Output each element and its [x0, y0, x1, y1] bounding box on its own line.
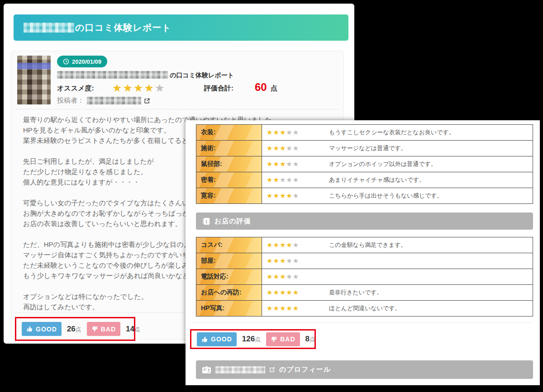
rating-comment: オプションのホイップ以外は普通です。	[329, 160, 437, 168]
rating-content: ★★★★★ 是非行きたいです。	[262, 285, 533, 300]
star-icon: ★	[267, 160, 273, 168]
rating-comment: もうすこしセクシーな衣装だとなお良いです。	[329, 128, 455, 137]
review-meta-row: オススメ度: ★★★★★ 評価合計: 60 点	[57, 82, 338, 95]
star-icon: ★	[273, 160, 279, 168]
star-icon: ★	[144, 82, 155, 94]
star-icon: ★	[293, 273, 299, 280]
star-icon: ★	[286, 192, 292, 199]
rating-stars: ★★★★★	[267, 160, 329, 168]
rating-stars: ★★★★★	[267, 273, 329, 281]
external-link-icon[interactable]	[144, 98, 150, 104]
review-date: 2020/01/09	[72, 58, 101, 65]
star-icon: ★	[112, 82, 123, 94]
star-icon: ★	[133, 82, 144, 94]
star-icon: ★	[267, 192, 273, 199]
rating-content: ★★★★★ この金額なら満足できます。	[262, 237, 533, 253]
star-icon: ★	[280, 304, 286, 312]
report-header-banner: の口コミ体験レポート	[14, 14, 348, 41]
divider	[191, 322, 533, 323]
star-icon: ★	[280, 128, 286, 136]
star-icon: ★	[273, 192, 279, 199]
rating-stars: ★★★★★	[267, 128, 329, 137]
star-icon: ★	[293, 128, 299, 136]
id-card-icon	[202, 366, 211, 374]
star-icon: ★	[273, 128, 279, 136]
star-icon: ★	[123, 82, 134, 94]
star-icon: ★	[273, 176, 279, 184]
rating-row: お店への再訪: ★★★★★ 是非行きたいです。	[196, 285, 533, 301]
star-icon: ★	[286, 304, 292, 312]
star-icon: ★	[273, 144, 279, 152]
rating-stars: ★★★★★	[267, 257, 329, 265]
rating-stars: ★★★★★	[267, 144, 329, 152]
star-icon: ★	[280, 192, 286, 199]
star-icon: ★	[286, 160, 292, 168]
star-icon: ★	[280, 257, 286, 264]
star-icon: ★	[267, 176, 273, 184]
star-icon: ★	[267, 304, 273, 312]
rating-comment: こちらから手は出せそうもない感じです。	[329, 192, 443, 200]
star-icon: ★	[293, 241, 299, 249]
date-badge: 2020/01/09	[57, 56, 107, 67]
good-points: 126点	[242, 335, 261, 344]
rating-row: HP写真: ★★★★★ ほとんど間違いないです。	[196, 301, 533, 316]
star-icon: ★	[293, 304, 299, 312]
rating-content: ★★★★★ マッサージなどは普通です。	[262, 141, 533, 156]
rating-row: 密着: ★★★★★ あまりイチャイチャ感はないです。	[196, 172, 533, 188]
star-icon: ★	[273, 273, 279, 280]
rating-content: ★★★★★	[262, 253, 533, 269]
rating-content: ★★★★★ あまりイチャイチャ感はないです。	[262, 172, 533, 188]
detail-vote-box: GOOD 126点 BAD 8点	[190, 329, 316, 349]
rating-stars: ★★★★★	[267, 241, 329, 249]
star-icon: ★	[293, 288, 299, 296]
blurred-girl-name	[57, 71, 168, 79]
rating-row: 部屋: ★★★★★	[196, 253, 533, 269]
good-points: 26点	[67, 325, 81, 334]
thumbs-down-icon	[271, 336, 277, 343]
good-button[interactable]: GOOD	[197, 332, 237, 346]
rating-label: 寛容:	[196, 188, 262, 203]
good-button[interactable]: GOOD	[22, 322, 62, 336]
svg-text:i: i	[206, 218, 208, 224]
page-title: の口コミ体験レポート	[24, 22, 171, 34]
bad-points: 8点	[305, 335, 315, 344]
star-icon: ★	[293, 257, 299, 264]
star-icon: ★	[286, 144, 292, 152]
rating-label: 衣装:	[196, 125, 262, 140]
rating-content: ★★★★★ もうすこしセクシーな衣装だとなお良いです。	[262, 125, 533, 140]
star-icon: ★	[286, 288, 292, 296]
profile-bar[interactable]: のプロフィール	[196, 360, 533, 379]
rating-row: 鼠径部: ★★★★★ オプションのホイップ以外は普通です。	[196, 156, 533, 172]
rating-content: ★★★★★	[262, 269, 533, 284]
thumbs-down-icon	[91, 326, 98, 332]
review-vote-box: GOOD 26点 BAD 14点	[15, 317, 135, 341]
rating-row: 施術: ★★★★★ マッサージなどは普通です。	[196, 141, 533, 156]
bad-button[interactable]: BAD	[266, 332, 300, 346]
thumbs-up-icon	[201, 336, 208, 343]
rating-content: ★★★★★ オプションのホイップ以外は普通です。	[262, 156, 533, 172]
thumbs-up-icon	[26, 326, 33, 332]
star-icon: ★	[280, 144, 286, 152]
star-icon: ★	[286, 128, 292, 136]
star-icon: ★	[273, 257, 279, 264]
rating-content: ★★★★★ ほとんど間違いないです。	[262, 301, 533, 316]
rating-detail-panel: 衣装: ★★★★★ もうすこしセクシーな衣装だとなお良いです。 施術: ★★★★…	[186, 120, 540, 385]
blurred-poster-name[interactable]	[87, 97, 141, 104]
bad-button[interactable]: BAD	[87, 322, 120, 336]
rating-label: 鼠径部:	[196, 156, 262, 172]
blurred-shop-name	[24, 23, 74, 33]
rating-stars: ★★★★★	[267, 176, 329, 184]
star-icon: ★	[267, 144, 273, 152]
page: の口コミ体験レポート 2020/01/09 の口コミ体験レポート オススメ度: …	[0, 0, 543, 392]
star-icon: ★	[273, 304, 279, 312]
rating-label: HP写真:	[196, 301, 262, 316]
star-icon: ★	[280, 160, 286, 168]
rating-row: 電話対応: ★★★★★	[196, 269, 533, 285]
rating-label: 電話対応:	[196, 269, 262, 284]
clock-icon	[63, 58, 69, 65]
review-title: の口コミ体験レポート	[57, 71, 234, 80]
star-icon: ★	[286, 257, 292, 264]
star-icon: ★	[293, 192, 299, 199]
poster-label: 投稿者：	[57, 96, 84, 105]
rating-stars: ★★★★★	[267, 192, 329, 200]
